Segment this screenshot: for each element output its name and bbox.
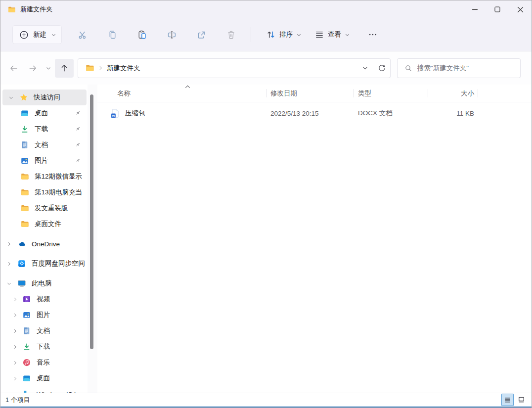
sidebar-item-downloads-pinned[interactable]: 下载 (0, 121, 87, 137)
chevron-right-icon[interactable] (11, 374, 19, 382)
sidebar-item-windows-c[interactable]: Windows (C:) (0, 386, 87, 393)
column-header-size[interactable]: 大小 (428, 85, 478, 102)
chevron-down-icon[interactable] (7, 93, 15, 101)
new-button[interactable]: 新建 (12, 25, 62, 44)
sort-button[interactable]: 排序 (261, 25, 307, 45)
chevron-right-icon[interactable] (11, 327, 19, 335)
chevron-right-icon[interactable] (11, 311, 19, 319)
folder-icon (20, 172, 29, 181)
refresh-icon (378, 64, 386, 72)
refresh-button[interactable] (373, 60, 390, 77)
back-button[interactable] (4, 59, 23, 78)
sidebar-item-downloads[interactable]: 下载 (0, 339, 87, 355)
toolbar-icons: 排序 查看 (73, 25, 383, 45)
details-view-icon (504, 396, 511, 404)
address-bar[interactable]: 新建文件夹 (78, 58, 391, 78)
file-name: 压缩包 (125, 109, 145, 118)
more-options-button[interactable] (363, 25, 383, 45)
svg-text:W: W (112, 114, 115, 117)
recent-locations-button[interactable] (42, 59, 55, 78)
column-header-date-modified[interactable]: 修改日期 (266, 85, 354, 102)
folder-icon (85, 63, 94, 73)
toolbar-divider (251, 27, 251, 42)
sidebar-item-folder-2[interactable]: 第13期电脑充当 (0, 184, 87, 200)
sidebar-item-quick-access[interactable]: 快速访问 (2, 90, 87, 105)
folder-icon (20, 204, 29, 213)
sort-icon (266, 30, 276, 40)
sidebar-item-documents[interactable]: 文档 (0, 323, 87, 339)
breadcrumb[interactable]: 新建文件夹 (107, 64, 356, 73)
word-document-icon: W (110, 108, 120, 118)
file-explorer-window: 新建文件夹 新建 (0, 0, 532, 408)
sidebar-item-videos[interactable]: 视频 (0, 291, 87, 307)
folder-icon (20, 188, 29, 197)
chevron-right-icon[interactable] (5, 260, 13, 268)
share-icon (196, 30, 207, 40)
file-date-modified: 2022/5/13 20:15 (266, 110, 354, 117)
explorer-body: 快速访问 桌面 下载 文档 图片 (0, 85, 532, 393)
share-button[interactable] (191, 25, 211, 45)
details-view-button[interactable] (501, 394, 514, 406)
sidebar-item-folder-4[interactable]: 桌面文件 (0, 216, 87, 232)
paste-icon (137, 30, 147, 40)
scrollbar-thumb[interactable] (90, 94, 93, 349)
window-title: 新建文件夹 (20, 5, 52, 14)
sidebar-item-folder-1[interactable]: 第12期微信显示 (0, 169, 87, 184)
chevron-right-icon[interactable] (11, 390, 19, 393)
pin-icon (75, 157, 81, 164)
sidebar-item-baidu-sync[interactable]: 百度网盘同步空间 (0, 256, 87, 272)
sidebar-scrollbar[interactable] (88, 85, 97, 393)
view-button[interactable]: 查看 (310, 25, 355, 45)
cut-button[interactable] (73, 25, 92, 45)
sidebar-item-label: 图片 (35, 156, 48, 165)
paste-button[interactable] (132, 25, 152, 45)
maximize-button[interactable] (486, 0, 509, 18)
sidebar-item-desktop[interactable]: 桌面 (0, 370, 87, 386)
sidebar-item-label: Windows (C:) (37, 391, 77, 393)
view-toggles (501, 394, 528, 406)
sidebar-item-label: 快速访问 (34, 93, 60, 102)
sidebar-item-desktop-pinned[interactable]: 桌面 (0, 105, 87, 121)
sidebar-item-onedrive[interactable]: OneDrive (0, 236, 87, 252)
sidebar-item-pictures-pinned[interactable]: 图片 (0, 153, 87, 169)
chevron-down-icon (296, 32, 302, 38)
sidebar-item-label: 桌面文件 (35, 220, 61, 228)
pin-icon (75, 141, 81, 148)
sidebar-item-this-pc[interactable]: 此电脑 (0, 275, 87, 291)
caption-buttons (463, 0, 532, 18)
search-input[interactable] (417, 64, 520, 72)
file-size: 11 KB (428, 110, 478, 117)
up-button[interactable] (55, 59, 74, 78)
sidebar-item-documents-pinned[interactable]: 文档 (0, 137, 87, 153)
chevron-right-icon[interactable] (11, 343, 19, 351)
file-row[interactable]: W 压缩包 2022/5/13 20:15 DOCX 文档 11 KB (97, 104, 532, 123)
rename-button[interactable] (162, 25, 181, 45)
chevron-right-icon[interactable] (11, 295, 19, 303)
column-header-name[interactable]: 名称 (97, 85, 266, 102)
arrow-left-icon (9, 63, 19, 73)
close-button[interactable] (509, 0, 532, 18)
minimize-button[interactable] (463, 0, 486, 18)
chevron-down-icon[interactable] (5, 279, 13, 287)
music-icon (22, 358, 31, 367)
address-dropdown-button[interactable] (356, 60, 373, 77)
plus-circle-icon (19, 30, 29, 40)
file-type: DOCX 文档 (354, 109, 428, 118)
copy-button[interactable] (102, 25, 122, 45)
chevron-down-icon (345, 32, 350, 38)
search-box[interactable] (397, 58, 521, 78)
sidebar-item-folder-3[interactable]: 发文重装版 (0, 200, 87, 216)
pictures-icon (20, 156, 29, 165)
file-name-cell: W 压缩包 (97, 108, 266, 118)
chevron-right-icon[interactable] (11, 359, 19, 366)
address-row: 新建文件夹 (0, 51, 532, 85)
sidebar-item-music[interactable]: 音乐 (0, 355, 87, 370)
delete-button[interactable] (221, 25, 241, 45)
pin-icon (75, 110, 81, 116)
chevron-right-icon[interactable] (5, 240, 13, 248)
sidebar-item-pictures[interactable]: 图片 (0, 307, 87, 323)
large-icons-view-icon (518, 396, 525, 404)
column-header-type[interactable]: 类型 (354, 85, 428, 102)
large-icons-view-button[interactable] (515, 394, 528, 406)
forward-button[interactable] (23, 59, 42, 78)
